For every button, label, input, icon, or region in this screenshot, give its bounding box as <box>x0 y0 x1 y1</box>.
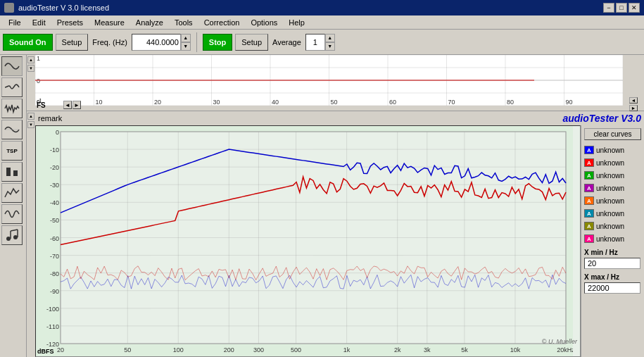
sidebar-noise[interactable] <box>1 99 23 118</box>
freq-spinner[interactable]: ▲ ▼ <box>181 34 191 51</box>
clear-curves-button[interactable]: clear curves <box>584 128 641 140</box>
osc-scroll-right[interactable]: ► <box>72 101 81 109</box>
legend-panel: clear curves A unknown A unknown A unkno… <box>581 125 644 357</box>
legend-text-1: unknown <box>596 159 624 167</box>
freq-input-group: ▲ ▼ <box>132 34 191 51</box>
toolbar: Sound On Setup Freq. (Hz) ▲ ▼ Stop Setup… <box>0 30 644 55</box>
legend-item-3: A unknown <box>584 182 641 194</box>
avg-down-button[interactable]: ▼ <box>325 42 335 51</box>
average-input[interactable] <box>305 34 325 51</box>
legend-color-a4: A <box>584 196 594 205</box>
svg-line-7 <box>11 230 18 231</box>
analyzer-ctrl-down[interactable]: ▼ <box>27 121 34 128</box>
legend-color-a2: A <box>584 171 594 180</box>
xmin-label: X min / Hz <box>584 249 641 256</box>
stop-button[interactable]: Stop <box>203 34 232 51</box>
analyzer-area: ▲ ▼ remark audioTester V3.0 © U. Mueller… <box>27 111 644 357</box>
osc-right-right[interactable]: ► <box>629 105 638 111</box>
sound-on-button[interactable]: Sound On <box>3 34 53 51</box>
legend-item-5: A unknown <box>584 208 641 219</box>
close-button[interactable]: ✕ <box>629 3 640 13</box>
legend-text-2: unknown <box>596 172 624 180</box>
menu-edit[interactable]: Edit <box>27 17 51 28</box>
freq-up-button[interactable]: ▲ <box>181 34 191 42</box>
menu-help[interactable]: Help <box>283 17 310 28</box>
legend-text-5: unknown <box>596 210 624 218</box>
menu-analyze[interactable]: Analyze <box>130 17 169 28</box>
separator1 <box>196 32 197 52</box>
avg-up-button[interactable]: ▲ <box>325 34 335 42</box>
sidebar-spectrum[interactable] <box>1 183 23 203</box>
sidebar-wave[interactable] <box>1 120 23 139</box>
main-area: TSP ▲ ▼ FS ◄ ► <box>0 55 644 357</box>
analyzer-ctrl-up[interactable]: ▲ <box>27 113 34 120</box>
legend-color-a3: A <box>584 184 594 192</box>
menu-presets[interactable]: Presets <box>51 17 89 28</box>
legend-color-a6: A <box>584 222 594 230</box>
setup2-button[interactable]: Setup <box>235 34 268 51</box>
analyzer-controls: ▲ ▼ <box>27 111 35 357</box>
osc-canvas-container: FS ◄ ► <box>35 55 623 111</box>
legend-item-6: A unknown <box>584 220 641 232</box>
audiotester-title: audioTester V3.0 <box>562 113 641 124</box>
freq-input[interactable] <box>132 34 181 51</box>
title-bar-title: audioTester V 3.0 licensed <box>18 4 109 12</box>
menu-file[interactable]: File <box>3 17 27 28</box>
dbfs-label: dBFS <box>37 348 54 355</box>
svg-rect-1 <box>6 168 11 176</box>
osc-scroll-left[interactable]: ◄ <box>63 101 72 109</box>
legend-color-a1: A <box>584 158 594 167</box>
freq-label: Freq. (Hz) <box>92 38 127 46</box>
svg-point-4 <box>13 235 18 239</box>
analyzer-canvas-wrap: © U. Mueller dBFS clear curves A unknown… <box>35 125 644 357</box>
sidebar-distortion[interactable] <box>1 204 23 224</box>
average-spinner[interactable]: ▲ ▼ <box>325 34 335 51</box>
legend-text-3: unknown <box>596 184 624 192</box>
remark-label: remark <box>38 114 62 123</box>
analyzer-toolbar: remark audioTester V3.0 <box>35 111 644 125</box>
legend-text-7: unknown <box>596 235 624 243</box>
legend-text-0: unknown <box>596 146 624 154</box>
osc-ctrl-up[interactable]: ▲ <box>27 56 34 63</box>
sidebar-level[interactable] <box>1 162 23 182</box>
legend-item-2: A unknown <box>584 170 641 181</box>
oscilloscope-canvas <box>35 55 623 106</box>
osc-scroll: ◄ ► <box>63 101 81 109</box>
analyzer-main: remark audioTester V3.0 © U. Mueller dBF… <box>35 111 644 357</box>
legend-text-6: unknown <box>596 223 624 230</box>
legend-color-a0: A <box>584 146 594 154</box>
copyright-label: © U. Mueller <box>542 338 577 345</box>
menu-measure[interactable]: Measure <box>89 17 130 28</box>
legend-item-0: A unknown <box>584 144 641 156</box>
xmax-input[interactable] <box>584 282 640 294</box>
maximize-button[interactable]: □ <box>616 3 627 13</box>
analyzer-canvas: © U. Mueller dBFS <box>35 125 581 357</box>
sidebar-tsp[interactable]: TSP <box>1 141 23 161</box>
menu-correction[interactable]: Correction <box>198 17 246 28</box>
menu-tools[interactable]: Tools <box>169 17 198 28</box>
average-input-group: ▲ ▼ <box>305 34 335 51</box>
xmin-input[interactable] <box>584 258 640 269</box>
sidebar-music[interactable] <box>1 225 23 245</box>
legend-text-4: unknown <box>596 197 624 205</box>
sidebar-sweep[interactable] <box>1 77 23 97</box>
svg-point-3 <box>6 237 11 241</box>
osc-ctrl-down[interactable]: ▼ <box>27 65 34 72</box>
osc-right-controls: ◄ ► <box>623 55 644 111</box>
setup1-button[interactable]: Setup <box>56 34 89 51</box>
menu-options[interactable]: Options <box>245 17 283 28</box>
osc-right-left[interactable]: ◄ <box>629 97 638 104</box>
legend-item-1: A unknown <box>584 157 641 168</box>
legend-item-7: A unknown <box>584 233 641 244</box>
osc-fs-label: FS <box>37 101 46 109</box>
legend-item-4: A unknown <box>584 195 641 206</box>
sidebar-sine[interactable] <box>1 56 23 76</box>
app-icon <box>4 3 14 13</box>
minimize-button[interactable]: − <box>603 3 614 13</box>
title-bar-controls: − □ ✕ <box>603 3 640 13</box>
legend-color-a5: A <box>584 209 594 218</box>
right-panel: ▲ ▼ FS ◄ ► ◄ ► ▲ ▼ <box>27 55 644 357</box>
menu-bar: File Edit Presets Measure Analyze Tools … <box>0 15 644 30</box>
freq-down-button[interactable]: ▼ <box>181 42 191 51</box>
svg-rect-2 <box>13 170 18 176</box>
